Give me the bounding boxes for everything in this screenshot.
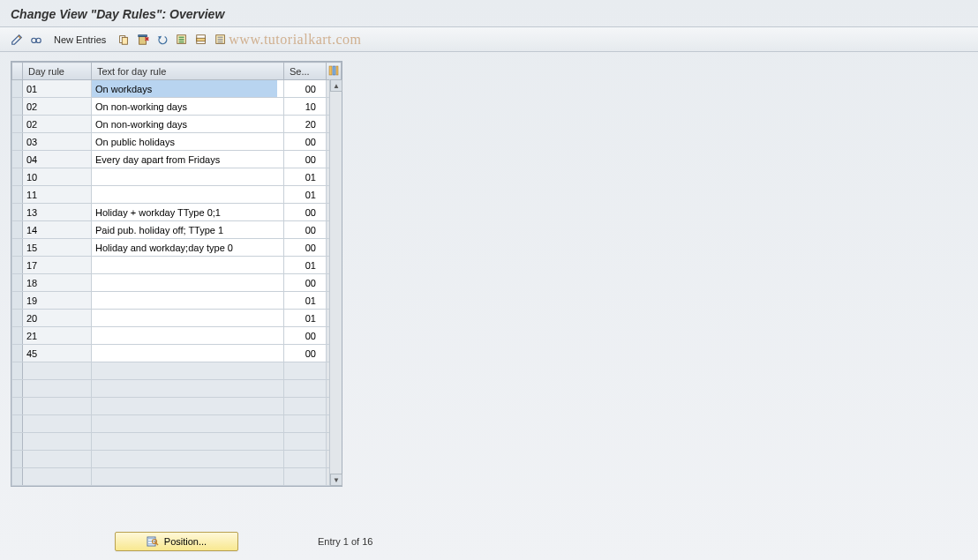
day-rule-code-input[interactable] bbox=[23, 310, 85, 326]
day-rule-se-input[interactable] bbox=[284, 133, 320, 150]
day-rule-text-input[interactable] bbox=[92, 168, 277, 185]
day-rule-code-input[interactable] bbox=[23, 151, 85, 168]
day-rule-text-input[interactable] bbox=[92, 98, 277, 115]
day-rule-se-input[interactable] bbox=[284, 116, 320, 132]
day-rule-text-input[interactable] bbox=[92, 451, 277, 467]
deselect-all-icon[interactable] bbox=[213, 32, 229, 48]
day-rule-code-input[interactable] bbox=[23, 221, 85, 238]
day-rule-text-input[interactable] bbox=[92, 433, 277, 450]
row-selector[interactable] bbox=[12, 257, 23, 274]
day-rule-code-input[interactable] bbox=[23, 327, 85, 344]
day-rule-se-input[interactable] bbox=[284, 433, 320, 450]
glasses-icon[interactable] bbox=[28, 32, 44, 48]
scroll-down-button[interactable]: ▼ bbox=[330, 474, 342, 486]
day-rule-se-input[interactable] bbox=[284, 451, 320, 467]
day-rule-code-input[interactable] bbox=[23, 257, 85, 273]
row-selector[interactable] bbox=[12, 468, 23, 486]
day-rule-se-input[interactable] bbox=[284, 292, 320, 309]
day-rule-code-input[interactable] bbox=[23, 380, 85, 397]
scroll-up-button[interactable]: ▲ bbox=[330, 79, 342, 92]
row-selector[interactable] bbox=[12, 204, 23, 221]
day-rule-text-input[interactable] bbox=[92, 310, 277, 326]
day-rule-code-input[interactable] bbox=[23, 345, 85, 362]
day-rule-text-input[interactable] bbox=[92, 116, 277, 132]
row-selector[interactable] bbox=[12, 345, 23, 362]
day-rule-code-input[interactable] bbox=[23, 468, 85, 485]
day-rule-text-input[interactable] bbox=[92, 362, 277, 379]
row-selector[interactable] bbox=[12, 451, 23, 468]
copy-icon[interactable] bbox=[116, 32, 132, 48]
day-rule-se-input[interactable] bbox=[284, 151, 320, 168]
day-rule-se-input[interactable] bbox=[284, 380, 320, 397]
day-rule-se-input[interactable] bbox=[284, 257, 320, 273]
row-selector[interactable] bbox=[12, 116, 23, 133]
row-selector[interactable] bbox=[12, 380, 23, 398]
row-selector[interactable] bbox=[12, 239, 23, 257]
new-entries-button[interactable]: New Entries bbox=[48, 32, 112, 48]
day-rule-text-input[interactable] bbox=[92, 239, 277, 256]
row-selector[interactable] bbox=[12, 433, 23, 451]
day-rule-se-input[interactable] bbox=[284, 345, 320, 362]
table-settings-icon[interactable] bbox=[327, 63, 342, 80]
day-rule-text-input[interactable] bbox=[92, 80, 277, 97]
day-rule-code-input[interactable] bbox=[23, 274, 85, 291]
day-rule-text-input[interactable] bbox=[92, 292, 277, 309]
day-rule-se-input[interactable] bbox=[284, 274, 320, 291]
day-rule-se-input[interactable] bbox=[284, 239, 320, 256]
row-selector[interactable] bbox=[12, 151, 23, 168]
delete-icon[interactable] bbox=[135, 32, 151, 48]
day-rule-code-input[interactable] bbox=[23, 239, 85, 256]
day-rule-text-input[interactable] bbox=[92, 345, 277, 362]
column-header-se[interactable]: Se... bbox=[284, 63, 327, 80]
column-header-text[interactable]: Text for day rule bbox=[92, 63, 284, 80]
row-selector[interactable] bbox=[12, 274, 23, 292]
select-all-icon[interactable] bbox=[174, 32, 190, 48]
day-rule-code-input[interactable] bbox=[23, 186, 85, 203]
day-rule-code-input[interactable] bbox=[23, 292, 85, 309]
day-rule-se-input[interactable] bbox=[284, 327, 320, 344]
day-rule-text-input[interactable] bbox=[92, 380, 277, 397]
day-rule-text-input[interactable] bbox=[92, 204, 277, 220]
row-selector[interactable] bbox=[12, 415, 23, 433]
day-rule-code-input[interactable] bbox=[23, 133, 85, 150]
day-rule-se-input[interactable] bbox=[284, 204, 320, 220]
day-rule-code-input[interactable] bbox=[23, 98, 85, 115]
day-rule-se-input[interactable] bbox=[284, 186, 320, 203]
day-rule-text-input[interactable] bbox=[92, 257, 277, 273]
day-rule-text-input[interactable] bbox=[92, 186, 277, 203]
day-rule-text-input[interactable] bbox=[92, 398, 277, 414]
row-selector[interactable] bbox=[12, 362, 23, 380]
day-rule-code-input[interactable] bbox=[23, 362, 85, 379]
undo-icon[interactable] bbox=[154, 32, 170, 48]
day-rule-se-input[interactable] bbox=[284, 362, 320, 379]
day-rule-code-input[interactable] bbox=[23, 398, 85, 414]
day-rule-code-input[interactable] bbox=[23, 451, 85, 467]
day-rule-text-input[interactable] bbox=[92, 327, 277, 344]
position-button[interactable]: Position... bbox=[115, 532, 238, 551]
day-rule-se-input[interactable] bbox=[284, 98, 320, 115]
day-rule-text-input[interactable] bbox=[92, 468, 277, 485]
day-rule-code-input[interactable] bbox=[23, 116, 85, 132]
row-selector[interactable] bbox=[12, 327, 23, 345]
vertical-scrollbar[interactable]: ▲ ▼ bbox=[329, 79, 342, 486]
toggle-change-icon[interactable] bbox=[9, 32, 25, 48]
day-rule-se-input[interactable] bbox=[284, 415, 320, 432]
row-selector[interactable] bbox=[12, 98, 23, 116]
day-rule-text-input[interactable] bbox=[92, 133, 277, 150]
day-rule-se-input[interactable] bbox=[284, 221, 320, 238]
row-selector[interactable] bbox=[12, 310, 23, 327]
day-rule-code-input[interactable] bbox=[23, 415, 85, 432]
day-rule-code-input[interactable] bbox=[23, 168, 85, 185]
row-selector-header[interactable] bbox=[12, 63, 23, 80]
day-rule-code-input[interactable] bbox=[23, 433, 85, 450]
day-rule-text-input[interactable] bbox=[92, 274, 277, 291]
day-rule-se-input[interactable] bbox=[284, 310, 320, 326]
row-selector[interactable] bbox=[12, 168, 23, 186]
row-selector[interactable] bbox=[12, 133, 23, 151]
select-block-icon[interactable] bbox=[193, 32, 209, 48]
day-rule-code-input[interactable] bbox=[23, 204, 85, 220]
day-rule-text-input[interactable] bbox=[92, 151, 277, 168]
row-selector[interactable] bbox=[12, 292, 23, 310]
day-rule-se-input[interactable] bbox=[284, 80, 320, 97]
day-rule-se-input[interactable] bbox=[284, 168, 320, 185]
